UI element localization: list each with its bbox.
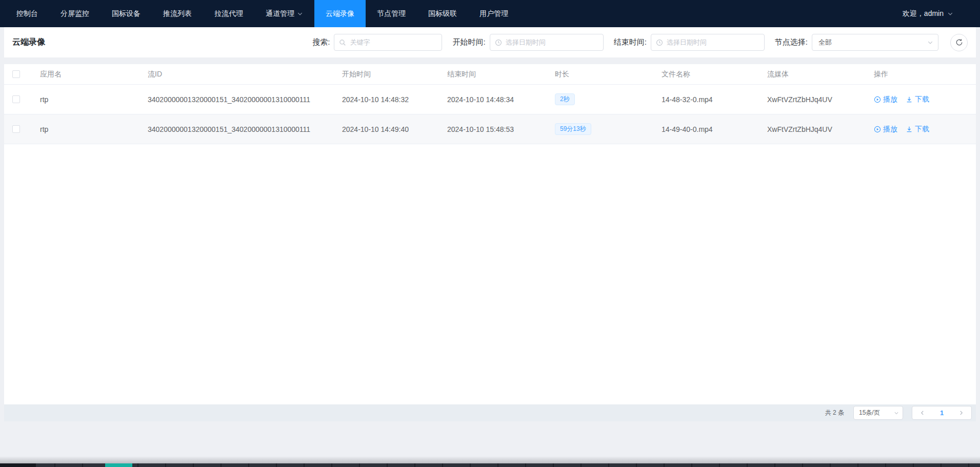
cell-actions: 播放 下载 [874, 125, 976, 134]
download-icon [906, 126, 913, 133]
cell-end-time: 2024-10-10 15:48:53 [447, 125, 555, 133]
cell-stream-id: 34020000001320000151_3402000000131000011… [148, 125, 342, 133]
nav-tab-console[interactable]: 控制台 [5, 0, 49, 27]
nav-tab-push-streams[interactable]: 推流列表 [152, 0, 203, 27]
table-row: rtp 34020000001320000151_340200000013100… [4, 114, 976, 144]
node-select-label: 节点选择: [775, 37, 808, 47]
download-link[interactable]: 下载 [906, 125, 929, 134]
cell-start-time: 2024-10-10 14:49:40 [342, 125, 447, 133]
play-circle-icon [874, 96, 881, 103]
nav-tab-label: 控制台 [16, 9, 38, 18]
refresh-button[interactable] [950, 34, 968, 51]
current-page-number[interactable]: 1 [940, 409, 944, 417]
header-select-all-cell [4, 70, 40, 78]
duration-badge: 59分13秒 [555, 123, 591, 135]
column-header-media-server: 流媒体 [767, 70, 874, 79]
cell-media-server: XwFtVZrtZbHJq4UV [767, 95, 874, 104]
cell-file-name: 14-48-32-0.mp4 [662, 95, 767, 104]
nav-tab-label: 推流列表 [163, 9, 192, 18]
end-time-input-wrap [651, 34, 765, 51]
column-header-duration: 时长 [555, 70, 662, 79]
cell-stream-id: 34020000001320000151_3402000000131000011… [148, 95, 342, 104]
nav-tab-pull-proxy[interactable]: 拉流代理 [203, 0, 254, 27]
pagination-bar: 共 2 条 15条/页 1 [4, 404, 976, 421]
nav-tab-gb-cascade[interactable]: 国标级联 [417, 0, 468, 27]
column-header-file-name: 文件名称 [662, 70, 767, 79]
user-menu[interactable]: 欢迎，admin [903, 0, 953, 27]
nav-tab-node-mgmt[interactable]: 节点管理 [366, 0, 417, 27]
top-navbar: 控制台 分屏监控 国标设备 推流列表 拉流代理 通道管理 云端录像 节点管理 国… [0, 0, 980, 27]
column-header-actions: 操作 [874, 70, 976, 79]
select-all-checkbox[interactable] [12, 70, 20, 78]
nav-tab-cloud-recordings[interactable]: 云端录像 [314, 0, 366, 27]
download-link[interactable]: 下载 [906, 95, 929, 104]
row-select-cell [4, 125, 40, 133]
node-select[interactable]: 全部 [812, 34, 938, 51]
next-page-icon[interactable] [958, 410, 964, 416]
nav-tab-label: 用户管理 [479, 9, 508, 18]
nav-tab-gb-devices[interactable]: 国标设备 [101, 0, 152, 27]
cell-app-name: rtp [40, 95, 148, 104]
nav-tab-channel-mgmt[interactable]: 通道管理 [254, 0, 314, 27]
duration-badge: 2秒 [555, 93, 575, 106]
search-icon [339, 39, 346, 46]
row-checkbox[interactable] [12, 95, 20, 103]
nav-tab-label: 国标设备 [112, 9, 141, 18]
page-title: 云端录像 [12, 37, 45, 48]
play-label: 播放 [883, 125, 897, 134]
play-link[interactable]: 播放 [874, 125, 897, 134]
clock-icon [656, 39, 663, 46]
column-header-end-time: 结束时间 [447, 70, 555, 79]
cell-file-name: 14-49-40-0.mp4 [662, 125, 767, 133]
play-link[interactable]: 播放 [874, 95, 897, 104]
nav-tab-user-mgmt[interactable]: 用户管理 [468, 0, 519, 27]
download-label: 下载 [915, 125, 929, 134]
download-icon [906, 96, 913, 103]
end-time-label: 结束时间: [614, 37, 647, 47]
cell-actions: 播放 下载 [874, 95, 976, 104]
download-label: 下载 [915, 95, 929, 104]
cell-media-server: XwFtVZrtZbHJq4UV [767, 125, 874, 133]
prev-page-icon[interactable] [919, 410, 925, 416]
pager: 1 [912, 406, 972, 420]
chevron-down-icon [297, 11, 303, 17]
search-label: 搜索: [312, 37, 330, 47]
nav-tab-label: 通道管理 [266, 9, 294, 18]
page-size-value: 15条/页 [859, 408, 880, 417]
nav-tab-label: 节点管理 [377, 9, 406, 18]
start-time-label: 开始时间: [452, 37, 485, 47]
row-select-cell [4, 95, 40, 103]
os-taskbar-strip[interactable] [0, 463, 980, 467]
page-background-area [0, 421, 980, 463]
column-header-start-time: 开始时间 [342, 70, 447, 79]
play-label: 播放 [883, 95, 897, 104]
page-size-select[interactable]: 15条/页 [853, 406, 903, 420]
toolbar-table-gap [0, 57, 980, 64]
nav-tab-split-monitor[interactable]: 分屏监控 [49, 0, 101, 27]
cell-duration: 59分13秒 [555, 123, 662, 135]
clock-icon [495, 39, 502, 46]
nav-tab-label: 分屏监控 [61, 9, 89, 18]
filters: 搜索: 开始时间: 结束时间: 节点选择: 全部 [302, 34, 968, 51]
table-header-row: 应用名 流ID 开始时间 结束时间 时长 文件名称 流媒体 操作 [4, 64, 976, 85]
search-input[interactable] [334, 34, 442, 50]
start-time-input[interactable] [490, 34, 603, 50]
filter-toolbar: 云端录像 搜索: 开始时间: 结束时间: 节点选择: 全部 [4, 27, 976, 57]
node-select-value: 全部 [818, 38, 832, 47]
chevron-down-icon [927, 40, 933, 46]
row-checkbox[interactable] [12, 125, 20, 133]
cell-end-time: 2024-10-10 14:48:34 [447, 95, 555, 104]
welcome-user-label: 欢迎，admin [903, 9, 944, 18]
chevron-down-icon [947, 11, 953, 17]
cell-start-time: 2024-10-10 14:48:32 [342, 95, 447, 104]
start-time-input-wrap [490, 34, 604, 51]
nav-tab-label: 拉流代理 [214, 9, 243, 18]
column-header-stream-id: 流ID [148, 70, 342, 79]
nav-tab-label: 国标级联 [428, 9, 457, 18]
end-time-input[interactable] [651, 34, 764, 50]
chevron-down-icon [894, 411, 899, 416]
nav-tab-label: 云端录像 [326, 9, 354, 18]
play-circle-icon [874, 126, 881, 133]
cell-duration: 2秒 [555, 93, 662, 106]
screen: 控制台 分屏监控 国标设备 推流列表 拉流代理 通道管理 云端录像 节点管理 国… [0, 0, 980, 467]
